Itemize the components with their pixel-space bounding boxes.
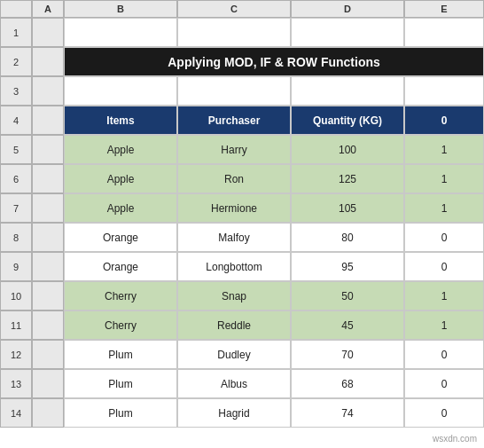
cell-e[interactable]: 0 xyxy=(404,369,484,398)
cell-d[interactable]: 70 xyxy=(291,340,404,369)
cell-a[interactable] xyxy=(32,252,64,281)
cell-e[interactable]: 0 xyxy=(404,252,484,281)
cell-a[interactable] xyxy=(32,47,64,76)
row-number: 4 xyxy=(0,106,32,135)
cell-e[interactable]: 1 xyxy=(404,164,484,193)
col-header-c: C xyxy=(177,0,291,18)
table-row: 5AppleHarry1001 xyxy=(0,135,484,164)
cell-d[interactable]: 105 xyxy=(291,193,404,223)
cell-d[interactable]: 95 xyxy=(291,252,404,281)
cell-a[interactable] xyxy=(32,106,64,135)
row-number: 11 xyxy=(0,310,32,340)
cell-e[interactable]: 1 xyxy=(404,193,484,223)
cell-c[interactable]: Hagrid xyxy=(177,398,291,428)
header-cell-e: 0 xyxy=(404,106,484,135)
cell-a[interactable] xyxy=(32,398,64,428)
cell-e[interactable]: 0 xyxy=(404,223,484,252)
cell-d[interactable]: 100 xyxy=(291,135,404,164)
table-row: 3 xyxy=(0,76,484,106)
cell-c[interactable]: Dudley xyxy=(177,340,291,369)
row-number: 8 xyxy=(0,223,32,252)
cell-c[interactable]: Albus xyxy=(177,369,291,398)
cell-d[interactable]: 50 xyxy=(291,281,404,310)
cell-a[interactable] xyxy=(32,135,64,164)
cell-c[interactable]: Ron xyxy=(177,164,291,193)
cell-b[interactable]: Apple xyxy=(64,193,177,223)
cell-c[interactable] xyxy=(177,18,291,47)
cell-c[interactable]: Longbottom xyxy=(177,252,291,281)
table-row: 10CherrySnap501 xyxy=(0,281,484,310)
cell-b[interactable]: Apple xyxy=(64,135,177,164)
spreadsheet: A B C D E 12Applying MOD, IF & ROW Funct… xyxy=(0,0,484,448)
cell-c[interactable]: Malfoy xyxy=(177,223,291,252)
header-cell-c: Purchaser xyxy=(177,106,291,135)
grid-rows: 12Applying MOD, IF & ROW Functions34Item… xyxy=(0,18,484,428)
row-number: 14 xyxy=(0,398,32,428)
cell-e[interactable] xyxy=(404,18,484,47)
cell-e[interactable]: 1 xyxy=(404,135,484,164)
cell-b[interactable]: Plum xyxy=(64,340,177,369)
col-header-d: D xyxy=(291,0,404,18)
cell-b[interactable]: Apple xyxy=(64,164,177,193)
table-row: 14PlumHagrid740 xyxy=(0,398,484,428)
cell-b[interactable]: Cherry xyxy=(64,310,177,340)
cell-a[interactable] xyxy=(32,310,64,340)
table-row: 4ItemsPurchaserQuantity (KG)0 xyxy=(0,106,484,135)
col-header-a: A xyxy=(32,0,64,18)
row-number: 3 xyxy=(0,76,32,106)
cell-a[interactable] xyxy=(32,340,64,369)
row-number: 13 xyxy=(0,369,32,398)
cell-a[interactable] xyxy=(32,18,64,47)
cell-c[interactable]: Reddle xyxy=(177,310,291,340)
row-number: 7 xyxy=(0,193,32,223)
table-row: 6AppleRon1251 xyxy=(0,164,484,193)
cell-d[interactable]: 68 xyxy=(291,369,404,398)
corner-cell xyxy=(0,0,32,18)
cell-d[interactable] xyxy=(291,18,404,47)
cell-a[interactable] xyxy=(32,369,64,398)
cell-e[interactable]: 1 xyxy=(404,310,484,340)
cell-d[interactable]: 125 xyxy=(291,164,404,193)
cell-c[interactable]: Hermione xyxy=(177,193,291,223)
cell-a[interactable] xyxy=(32,193,64,223)
row-number: 6 xyxy=(0,164,32,193)
cell-b[interactable]: Orange xyxy=(64,223,177,252)
table-row: 7AppleHermione1051 xyxy=(0,193,484,223)
cell-d[interactable]: 80 xyxy=(291,223,404,252)
cell-e[interactable]: 1 xyxy=(404,281,484,310)
cell-d[interactable] xyxy=(291,76,404,106)
cell-b[interactable] xyxy=(64,18,177,47)
grid: A B C D E 12Applying MOD, IF & ROW Funct… xyxy=(0,0,484,448)
cell-b[interactable]: Plum xyxy=(64,398,177,428)
title-cell: Applying MOD, IF & ROW Functions xyxy=(64,47,484,76)
row-number: 2 xyxy=(0,47,32,76)
cell-c[interactable] xyxy=(177,76,291,106)
cell-c[interactable]: Harry xyxy=(177,135,291,164)
table-row: 1 xyxy=(0,18,484,47)
cell-a[interactable] xyxy=(32,281,64,310)
cell-e[interactable] xyxy=(404,76,484,106)
row-number: 9 xyxy=(0,252,32,281)
cell-d[interactable]: 45 xyxy=(291,310,404,340)
table-row: 8OrangeMalfoy800 xyxy=(0,223,484,252)
cell-a[interactable] xyxy=(32,223,64,252)
cell-b[interactable]: Orange xyxy=(64,252,177,281)
row-number: 10 xyxy=(0,281,32,310)
table-row: 12PlumDudley700 xyxy=(0,340,484,369)
table-row: 2Applying MOD, IF & ROW Functions xyxy=(0,47,484,76)
cell-b[interactable]: Plum xyxy=(64,369,177,398)
cell-e[interactable]: 0 xyxy=(404,340,484,369)
cell-d[interactable]: 74 xyxy=(291,398,404,428)
cell-e[interactable]: 0 xyxy=(404,398,484,428)
header-cell-b: Items xyxy=(64,106,177,135)
cell-c[interactable]: Snap xyxy=(177,281,291,310)
table-row: 13PlumAlbus680 xyxy=(0,369,484,398)
row-number: 12 xyxy=(0,340,32,369)
row-number: 5 xyxy=(0,135,32,164)
cell-a[interactable] xyxy=(32,76,64,106)
cell-b[interactable]: Cherry xyxy=(64,281,177,310)
cell-b[interactable] xyxy=(64,76,177,106)
table-row: 9OrangeLongbottom950 xyxy=(0,252,484,281)
watermark: wsxdn.com xyxy=(433,434,477,444)
cell-a[interactable] xyxy=(32,164,64,193)
